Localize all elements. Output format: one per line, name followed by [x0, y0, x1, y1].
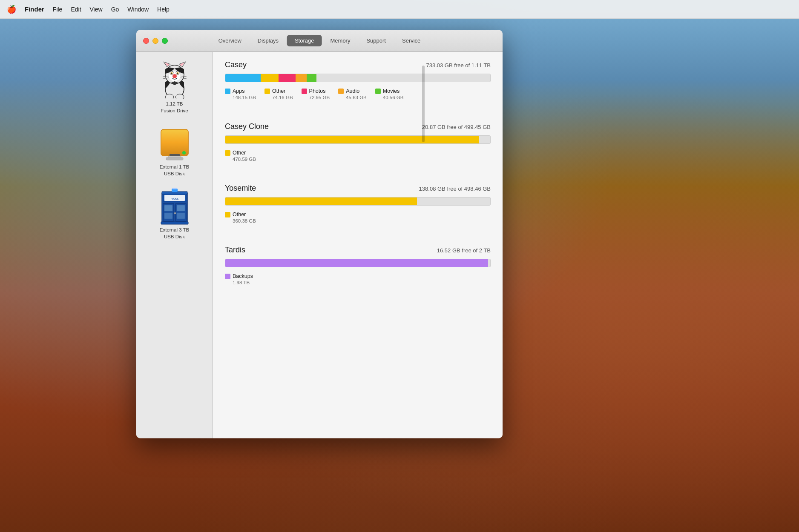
casey-clone-bar [225, 135, 491, 144]
casey-clone-section: Casey Clone 20.87 GB free of 499.45 GB O… [225, 122, 491, 162]
menu-edit[interactable]: Edit [71, 6, 81, 13]
legend-segment-size: 74.16 GB [264, 95, 293, 100]
casey-clone-title: Casey Clone [225, 122, 269, 131]
tab-displays[interactable]: Displays [250, 35, 286, 46]
yosemite-title: Yosemite [225, 184, 256, 193]
legend-color-swatch [225, 150, 230, 156]
yosemite-free: 138.08 GB free of 498.46 GB [419, 186, 491, 192]
bar-segment-other [225, 136, 479, 143]
menu-file[interactable]: File [53, 6, 63, 13]
menu-view[interactable]: View [90, 6, 103, 13]
content-area: Casey 733.03 GB free of 1.11 TB Apps148.… [213, 52, 503, 438]
legend-segment-size: 360.38 GB [225, 218, 256, 223]
tab-overview[interactable]: Overview [211, 35, 249, 46]
menu-go[interactable]: Go [111, 6, 119, 13]
menu-bar: 🍎 Finder File Edit View Go Window Help [0, 0, 799, 19]
bar-segment-other [225, 197, 417, 205]
svg-rect-40 [177, 213, 185, 219]
tardis-title: Tardis [225, 246, 245, 255]
legend-item-other: Other74.16 GB [264, 88, 293, 100]
svg-rect-27 [170, 154, 180, 156]
sidebar-item-casey[interactable]: 1.12 TB Fusion Drive [136, 57, 213, 120]
tardis-section: Tardis 16.52 GB free of 2 TB Backups1.98… [225, 246, 491, 285]
legend-segment-name: Apps [233, 88, 245, 94]
maximize-button[interactable] [162, 38, 168, 44]
legend-segment-name: Backups [233, 273, 253, 279]
svg-point-41 [174, 212, 176, 214]
casey-drive-label: 1.12 TB Fusion Drive [161, 100, 188, 114]
svg-point-26 [182, 151, 186, 154]
yosemite-legend: Other360.38 GB [225, 212, 491, 223]
casey-free: 733.03 GB free of 1.11 TB [426, 62, 491, 69]
menu-help[interactable]: Help [157, 6, 170, 13]
svg-point-12 [171, 73, 172, 74]
legend-color-swatch [225, 212, 230, 217]
window-content: 1.12 TB Fusion Drive [136, 52, 503, 438]
svg-rect-39 [164, 213, 172, 219]
minimize-button[interactable] [152, 38, 158, 44]
legend-item-photos: Photos72.95 GB [302, 88, 330, 100]
casey-section: Casey 733.03 GB free of 1.11 TB Apps148.… [225, 60, 491, 100]
tab-storage[interactable]: Storage [287, 35, 322, 46]
hdd-icon [158, 126, 192, 160]
sidebar-item-tardis[interactable]: POLICE [136, 183, 213, 246]
casey-storage-bar [225, 74, 491, 82]
yosemite-section: Yosemite 138.08 GB free of 498.46 GB Oth… [225, 184, 491, 223]
tab-service[interactable]: Service [394, 35, 428, 46]
legend-item-movies: Movies40.56 GB [375, 88, 404, 100]
svg-point-20 [165, 94, 174, 99]
legend-segment-size: 478.59 GB [225, 157, 256, 162]
window-title-bar: Overview Displays Storage Memory Support… [136, 30, 503, 52]
tab-support[interactable]: Support [359, 35, 394, 46]
legend-color-swatch [225, 274, 230, 279]
svg-rect-42 [161, 222, 188, 224]
bar-segment-audio [296, 74, 307, 82]
legend-segment-size: 45.63 GB [338, 95, 367, 100]
bar-segment-other [261, 74, 279, 82]
casey-clone-free: 20.87 GB free of 499.45 GB [422, 124, 491, 130]
legend-segment-name: Other [233, 150, 246, 156]
legend-segment-name: Photos [309, 88, 326, 94]
sidebar-item-external1tb[interactable]: External 1 TB USB Disk [136, 120, 213, 183]
menu-window[interactable]: Window [127, 6, 149, 13]
svg-rect-38 [177, 205, 185, 211]
app-name: Finder [25, 6, 44, 13]
legend-color-swatch [375, 89, 381, 94]
sidebar: 1.12 TB Fusion Drive [136, 52, 213, 438]
tardis-icon: POLICE [158, 189, 192, 223]
tardis-free: 16.52 GB free of 2 TB [437, 247, 491, 254]
legend-color-swatch [302, 89, 307, 94]
svg-point-15 [172, 74, 177, 78]
tardis-bar [225, 259, 491, 267]
legend-segment-name: Other [272, 88, 285, 94]
legend-segment-name: Audio [346, 88, 359, 94]
scrollbar-thumb[interactable] [422, 66, 425, 142]
legend-item-backups: Backups1.98 TB [225, 273, 253, 285]
svg-rect-31 [172, 188, 177, 189]
tab-memory[interactable]: Memory [323, 35, 358, 46]
close-button[interactable] [143, 38, 149, 44]
sylvester-icon [158, 63, 192, 97]
apple-menu-icon[interactable]: 🍎 [7, 5, 16, 14]
svg-rect-23 [166, 157, 183, 160]
legend-segment-size: 148.15 GB [225, 95, 256, 100]
bar-segment-apps [225, 74, 261, 82]
legend-item-audio: Audio45.63 GB [338, 88, 367, 100]
tardis-legend: Backups1.98 TB [225, 273, 491, 285]
yosemite-bar [225, 197, 491, 206]
tab-bar: Overview Displays Storage Memory Support… [211, 35, 428, 46]
legend-item-other: Other478.59 GB [225, 150, 256, 162]
svg-point-21 [175, 94, 184, 99]
legend-color-swatch [338, 89, 344, 94]
legend-item-other: Other360.38 GB [225, 212, 256, 223]
bar-segment-movies [307, 74, 316, 82]
legend-color-swatch [264, 89, 270, 94]
legend-color-swatch [225, 89, 230, 94]
about-this-mac-window: Overview Displays Storage Memory Support… [136, 30, 503, 438]
legend-segment-name: Other [233, 212, 246, 217]
bar-segment-photos [279, 74, 296, 82]
bar-segment-backups [225, 259, 488, 267]
external1tb-label: External 1 TB USB Disk [160, 163, 189, 177]
svg-text:POLICE: POLICE [170, 197, 178, 200]
svg-point-13 [177, 73, 178, 74]
